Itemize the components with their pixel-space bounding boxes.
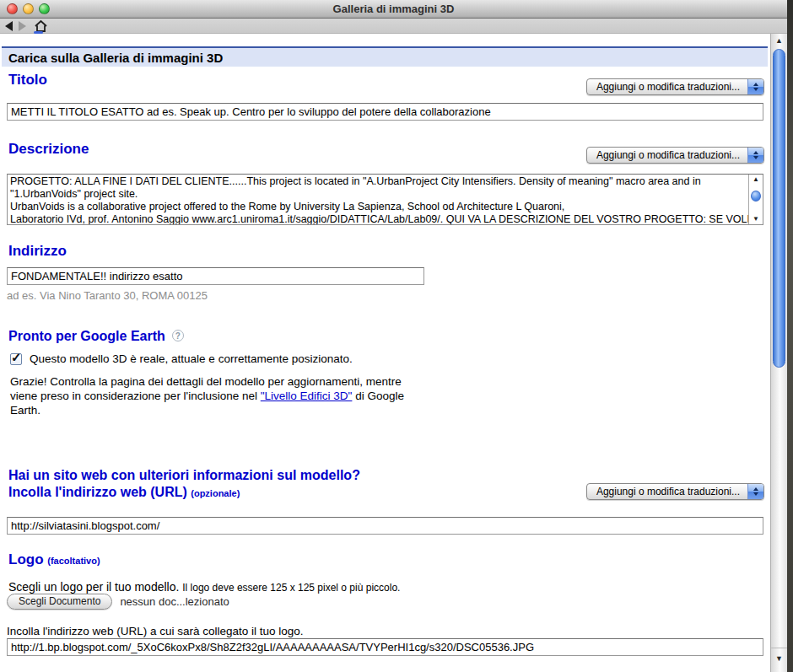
browser-toolbar — [0, 19, 787, 34]
translate-popup-descrizione[interactable]: Aggiungi o modifica traduzioni... — [586, 147, 764, 164]
vertical-scrollbar[interactable]: ▲ ▼ — [770, 34, 787, 672]
address-input[interactable] — [7, 267, 424, 285]
minimize-window-button[interactable] — [23, 3, 34, 14]
logo-size-hint: Il logo deve essere 125 x 125 pixel o pi… — [182, 582, 400, 594]
scroll-down-icon[interactable]: ▼ — [749, 215, 763, 223]
scrollbar-thumb[interactable] — [773, 49, 785, 368]
georef-checkbox-row: ✓ Questo modello 3D è reale, attuale e c… — [10, 352, 353, 365]
website-heading: Hai un sito web con ulteriori informazio… — [8, 467, 360, 502]
close-window-button[interactable] — [7, 3, 18, 14]
logo-url-input[interactable] — [7, 638, 763, 656]
textarea-scrollbar-thumb[interactable] — [751, 191, 761, 202]
logo-url-label: Incolla l'indirizzo web (URL) a cui sarà… — [7, 625, 304, 637]
website-heading-line2: Incolla l'indirizzo web (URL) — [8, 485, 187, 499]
indirizzo-heading: Indirizzo — [8, 243, 67, 260]
page-content: Carica sulla Galleria di immagini 3D Tit… — [0, 34, 787, 672]
georef-note: Grazie! Controlla la pagina dei dettagli… — [10, 374, 407, 417]
popup-stepper-icon — [747, 484, 763, 499]
file-status: nessun doc...lezionato — [120, 595, 229, 608]
title-input[interactable] — [7, 103, 763, 121]
window-titlebar[interactable]: Galleria di immagini 3D — [0, 0, 787, 19]
popup-stepper-icon — [747, 148, 763, 163]
website-url-input[interactable] — [7, 517, 763, 535]
translate-popup-label: Aggiungi o modifica traduzioni... — [596, 486, 740, 497]
popup-stepper-icon — [747, 79, 763, 94]
logo-heading: Logo (facoltativo) — [8, 551, 100, 568]
google-earth-heading-text: Pronto per Google Earth — [8, 329, 165, 343]
window-controls — [7, 3, 50, 14]
translate-popup-label: Aggiungi o modifica traduzioni... — [596, 149, 740, 161]
translate-popup-titolo[interactable]: Aggiungi o modifica traduzioni... — [586, 78, 764, 95]
back-icon[interactable] — [5, 21, 13, 31]
website-heading-line1: Hai un sito web con ulteriori informazio… — [8, 468, 360, 482]
translate-popup-label: Aggiungi o modifica traduzioni... — [596, 81, 740, 93]
zoom-window-button[interactable] — [39, 3, 50, 14]
address-hint: ad es. Via Nino Taranto 30, ROMA 00125 — [7, 289, 208, 302]
georef-checkbox[interactable]: ✓ — [10, 353, 22, 365]
logo-file-row: Scegli Documento nessun doc...lezionato — [7, 594, 229, 610]
textarea-scrollbar[interactable]: ▲ ▼ — [748, 175, 763, 224]
forward-icon[interactable] — [19, 21, 26, 31]
checkmark-icon: ✓ — [11, 350, 22, 365]
scroll-up-icon[interactable]: ▲ — [771, 35, 787, 46]
website-optional-label: (opzionale) — [191, 488, 240, 498]
scroll-up-icon[interactable]: ▲ — [749, 175, 763, 184]
logo-heading-text: Logo — [8, 551, 44, 567]
logo-optional-label: (facoltativo) — [47, 556, 100, 566]
titolo-heading: Titolo — [8, 72, 47, 89]
livello-edifici-link[interactable]: "Livello Edifici 3D" — [261, 390, 353, 402]
google-earth-heading: Pronto per Google Earth? — [8, 329, 184, 344]
scroll-down-zone: ▼ — [771, 648, 787, 669]
scroll-down-icon[interactable]: ▼ — [771, 653, 787, 664]
descrizione-heading: Descrizione — [8, 141, 89, 158]
translate-popup-website[interactable]: Aggiungi o modifica traduzioni... — [586, 483, 764, 500]
description-textarea[interactable]: PROGETTO: ALLA FINE I DATI DEL CLIENTE..… — [7, 174, 763, 225]
logo-intro: Scegli un logo per il tuo modello. — [8, 580, 179, 594]
browser-window: Galleria di immagini 3D Carica sulla Gal… — [0, 0, 787, 672]
desktop-background-edge — [787, 0, 793, 672]
georef-checkbox-label: Questo modello 3D è reale, attuale e cor… — [30, 352, 353, 365]
page-header: Carica sulla Galleria di immagini 3D — [2, 46, 768, 67]
choose-file-button[interactable]: Scegli Documento — [7, 594, 112, 610]
description-text: PROGETTO: ALLA FINE I DATI DEL CLIENTE..… — [8, 175, 748, 224]
window-title: Galleria di immagini 3D — [0, 0, 787, 19]
logo-intro-line: Scegli un logo per il tuo modello. Il lo… — [8, 580, 400, 594]
help-icon[interactable]: ? — [172, 330, 184, 341]
